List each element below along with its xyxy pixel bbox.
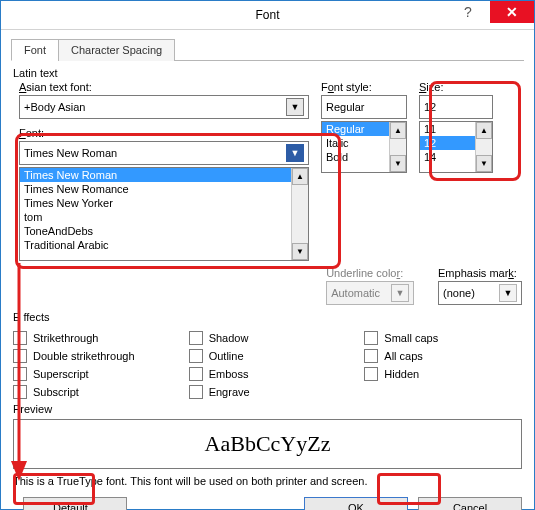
hidden-checkbox[interactable]: Hidden [364, 367, 522, 381]
default-button[interactable]: Default... [23, 497, 127, 510]
engrave-checkbox[interactable]: Engrave [189, 385, 347, 399]
effects-group: Strikethrough Shadow Small caps Double s… [13, 331, 522, 399]
emphasis-value: (none) [443, 287, 475, 299]
tab-character-spacing[interactable]: Character Spacing [58, 39, 175, 61]
list-item[interactable]: ToneAndDebs [20, 224, 308, 238]
help-icon[interactable]: ? [446, 1, 490, 23]
chevron-down-icon[interactable]: ▼ [286, 98, 304, 116]
super-checkbox[interactable]: Superscript [13, 367, 171, 381]
asian-font-label: Asian text font: [19, 81, 309, 93]
font-style-list[interactable]: Regular Italic Bold ▲ ▼ [321, 121, 407, 173]
sub-checkbox[interactable]: Subscript [13, 385, 171, 399]
size-input[interactable]: 12 [419, 95, 493, 119]
chevron-down-icon: ▼ [391, 284, 409, 302]
underline-color-value: Automatic [331, 287, 380, 299]
emphasis-label: Emphasis mark: [438, 267, 522, 279]
list-item[interactable]: Traditional Arabic [20, 238, 308, 252]
strike-checkbox[interactable]: Strikethrough [13, 331, 171, 345]
font-style-input[interactable]: Regular [321, 95, 407, 119]
asian-font-combo[interactable]: +Body Asian ▼ [19, 95, 309, 119]
font-style-label: Font style: [321, 81, 407, 93]
scroll-up-icon[interactable]: ▲ [390, 122, 406, 139]
list-item[interactable]: tom [20, 210, 308, 224]
list-item[interactable]: Times New Romance [20, 182, 308, 196]
ok-button[interactable]: OK [304, 497, 408, 510]
font-label: Font: [19, 127, 309, 139]
font-value: Times New Roman [24, 147, 117, 159]
underline-color-combo: Automatic ▼ [326, 281, 414, 305]
scroll-up-icon[interactable]: ▲ [476, 122, 492, 139]
close-icon[interactable]: ✕ [490, 1, 534, 23]
allcaps-checkbox[interactable]: All caps [364, 349, 522, 363]
list-item[interactable]: Times New Roman [20, 168, 308, 182]
titlebar: Font ? ✕ [1, 1, 534, 30]
font-style-value: Regular [326, 101, 365, 113]
underline-color-label: Underline color: [326, 267, 414, 279]
size-list[interactable]: 11 12 14 ▲ ▼ [419, 121, 493, 173]
smallcaps-checkbox[interactable]: Small caps [364, 331, 522, 345]
tab-font[interactable]: Font [11, 39, 59, 61]
list-item[interactable]: Times New Yorker [20, 196, 308, 210]
cancel-button[interactable]: Cancel [418, 497, 522, 510]
emboss-checkbox[interactable]: Emboss [189, 367, 347, 381]
scrollbar[interactable]: ▲ ▼ [291, 168, 308, 260]
scroll-down-icon[interactable]: ▼ [390, 155, 406, 172]
asian-font-value: +Body Asian [24, 101, 85, 113]
scroll-down-icon[interactable]: ▼ [292, 243, 308, 260]
preview-sample: AaBbCcYyZz [205, 431, 331, 457]
size-label: Size: [419, 81, 493, 93]
latin-text-label: Latin text [13, 67, 522, 79]
preview-footnote: This is a TrueType font. This font will … [13, 475, 522, 487]
size-value: 12 [424, 101, 436, 113]
emphasis-combo[interactable]: (none) ▼ [438, 281, 522, 305]
scrollbar[interactable]: ▲ ▼ [389, 122, 406, 172]
chevron-down-icon[interactable]: ▼ [286, 144, 304, 162]
scroll-down-icon[interactable]: ▼ [476, 155, 492, 172]
scrollbar[interactable]: ▲ ▼ [475, 122, 492, 172]
font-combo[interactable]: Times New Roman ▼ [19, 141, 309, 165]
tab-strip: Font Character Spacing [11, 38, 524, 61]
font-dropdown-list[interactable]: Times New Roman Times New Romance Times … [19, 167, 309, 261]
outline-checkbox[interactable]: Outline [189, 349, 347, 363]
scroll-up-icon[interactable]: ▲ [292, 168, 308, 185]
chevron-down-icon[interactable]: ▼ [499, 284, 517, 302]
shadow-checkbox[interactable]: Shadow [189, 331, 347, 345]
preview-label: Preview [13, 403, 522, 415]
preview-box: AaBbCcYyZz [13, 419, 522, 469]
effects-label: E.ffects [13, 311, 522, 323]
dstrike-checkbox[interactable]: Double strikethrough [13, 349, 171, 363]
